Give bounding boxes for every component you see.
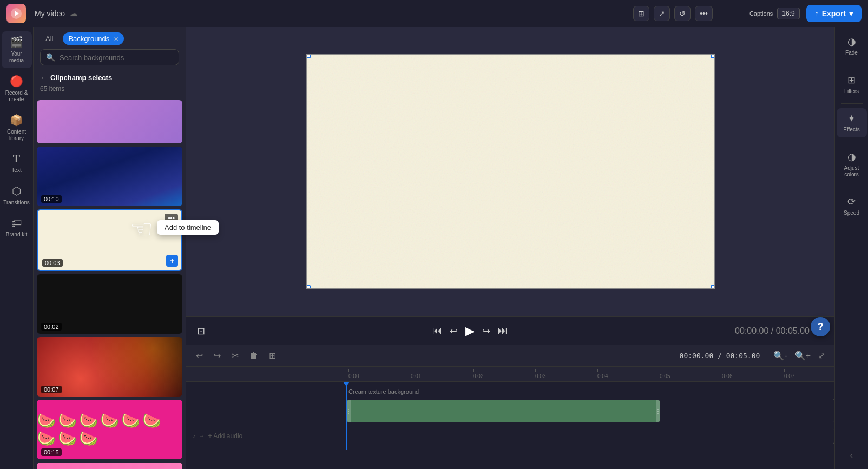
- zoom-out-btn[interactable]: 🔍-: [771, 349, 790, 362]
- right-sidebar-fade[interactable]: ◑ Fade: [837, 31, 867, 61]
- cut-btn[interactable]: ✂: [228, 348, 242, 363]
- playback-timecode: 00:00.00 / 00:05.00: [735, 326, 810, 336]
- video-title-area: My video ☁: [35, 8, 633, 18]
- tl-current-time: 00:00.00: [680, 352, 714, 360]
- more-tools-btn[interactable]: •••: [695, 6, 713, 21]
- search-input[interactable]: [60, 54, 173, 62]
- fit-timeline-btn[interactable]: ⤢: [816, 349, 828, 362]
- export-button[interactable]: ↑ Export ▾: [806, 5, 862, 22]
- timeline-clip[interactable]: ⋮ ⋮: [346, 400, 660, 422]
- add-audio-label: + Add audio: [208, 432, 243, 440]
- thumbnail-4[interactable]: 00:02: [37, 274, 182, 334]
- timeline-playhead[interactable]: [346, 382, 347, 450]
- sidebar-collapse-btn[interactable]: ‹: [846, 446, 857, 465]
- resize-handle-tr[interactable]: [711, 54, 715, 58]
- timeline-zoom-controls: 🔍- 🔍+ ⤢: [771, 349, 828, 362]
- arrow-icon: →: [199, 433, 205, 439]
- sidebar-item-label-brand-kit: Brand kit: [6, 232, 27, 238]
- sidebar-item-your-media[interactable]: 🎬 Your media: [2, 31, 32, 68]
- tab-close-icon[interactable]: ✕: [114, 36, 119, 42]
- ruler-mark-1: 0:01: [411, 369, 473, 379]
- panel-tabs: All Backgrounds ✕: [40, 32, 179, 45]
- sidebar-item-transitions[interactable]: ⬡ Transitions: [2, 180, 32, 210]
- search-box: 🔍: [40, 49, 179, 65]
- delete-btn[interactable]: 🗑: [246, 349, 261, 363]
- text-icon: T: [13, 153, 20, 165]
- crop-tool-btn[interactable]: ⊞: [633, 6, 649, 21]
- sidebar-item-text[interactable]: T Text: [2, 148, 32, 178]
- track-content-audio[interactable]: [346, 428, 834, 444]
- right-sidebar-adjust-colors[interactable]: ◑ Adjust colors: [837, 147, 867, 182]
- sidebar-item-brand-kit[interactable]: 🏷 Brand kit: [2, 213, 32, 242]
- download-btn[interactable]: ⊞: [266, 348, 279, 363]
- rs-divider-4: [841, 187, 863, 187]
- panel-scroll[interactable]: 00:10 00:03 ••• + 00:02: [34, 97, 186, 469]
- play-pause-btn[interactable]: ▶: [465, 324, 475, 338]
- cursor-hand: ☞: [130, 214, 153, 244]
- rewind-btn[interactable]: ↩: [450, 325, 458, 337]
- back-button[interactable]: ←: [40, 74, 47, 82]
- tab-backgrounds[interactable]: Backgrounds ✕: [63, 32, 124, 45]
- export-chevron: ▾: [849, 9, 853, 18]
- export-icon: ↑: [815, 9, 819, 18]
- thumbnail-1[interactable]: [37, 100, 182, 143]
- rs-divider-2: [841, 103, 863, 104]
- thumb-5-duration: 00:07: [41, 386, 62, 393]
- right-sidebar-effects[interactable]: ✦ Effects: [837, 108, 867, 137]
- sidebar-item-content-library[interactable]: 📦 Content library: [2, 109, 32, 146]
- thumbnail-6[interactable]: 🍉🍉🍉🍉🍉🍉🍉🍉🍉 00:15: [37, 400, 182, 459]
- skip-back-btn[interactable]: ⏮: [432, 325, 442, 336]
- sidebar-item-label-record-create: Record & create: [4, 90, 30, 103]
- track-content-video[interactable]: ⋮ ⋮: [346, 399, 834, 422]
- content-library-icon: 📦: [10, 114, 23, 127]
- aspect-ratio-badge: 16:9: [777, 8, 799, 19]
- timeline-scroll-area[interactable]: 0:00 0:01 0:02 0:03: [186, 367, 834, 469]
- undo-btn[interactable]: ↩: [193, 348, 206, 363]
- skip-forward-btn[interactable]: ⏭: [498, 325, 508, 336]
- filters-icon: ⊞: [847, 74, 856, 86]
- tooltip-add-to-timeline: Add to timeline: [157, 220, 186, 235]
- zoom-in-btn[interactable]: 🔍+: [792, 349, 813, 362]
- playback-controls: ⊡ ⏮ ↩ ▶ ↪ ⏭ 00:00.00 / 00:05.00 ⛶: [186, 316, 834, 345]
- add-audio-button[interactable]: + Add audio: [208, 432, 243, 440]
- crop-preview-btn[interactable]: ⊡: [197, 325, 205, 337]
- resize-handle-bl[interactable]: [306, 285, 311, 289]
- timeline-tracks: Cream texture background ⋮: [186, 382, 834, 450]
- thumbnail-7[interactable]: 🦩🦩🦩: [37, 463, 182, 469]
- thumb-2-duration: 00:10: [41, 195, 62, 203]
- total-time: 00:05.00: [776, 326, 810, 335]
- resize-handle-tl[interactable]: [306, 54, 311, 58]
- timeline-ruler: 0:00 0:01 0:02 0:03: [186, 367, 834, 382]
- fit-tool-btn[interactable]: ⤢: [654, 6, 670, 21]
- top-toolbar: ⊞ ⤢ ↺ ••• Captions 16:9: [633, 6, 800, 21]
- thumbnail-3[interactable]: 00:03 ••• +: [37, 209, 182, 271]
- ruler-mark-4: 0:04: [597, 369, 660, 379]
- sidebar-item-record-create[interactable]: 🔴 Record & create: [2, 70, 32, 107]
- help-button[interactable]: ?: [811, 317, 830, 336]
- speed-label: Speed: [844, 210, 859, 216]
- ruler-mark-0: 0:00: [348, 369, 411, 379]
- title-icon: ☁: [69, 8, 78, 18]
- panel-header: All Backgrounds ✕ 🔍: [34, 27, 186, 69]
- tab-all[interactable]: All: [40, 32, 58, 45]
- audio-note-icon: ♪: [193, 433, 196, 439]
- right-sidebar-speed[interactable]: ⟳ Speed: [837, 191, 867, 221]
- your-media-icon: 🎬: [10, 36, 23, 49]
- right-sidebar-filters[interactable]: ⊞ Filters: [837, 70, 867, 99]
- redo-btn[interactable]: ↪: [211, 348, 224, 363]
- forward-btn[interactable]: ↪: [482, 325, 490, 337]
- thumbnail-2[interactable]: 00:10: [37, 147, 182, 206]
- thumbnail-5[interactable]: 00:07: [37, 337, 182, 397]
- effects-label: Effects: [843, 127, 859, 133]
- resize-handle-br[interactable]: [711, 285, 715, 289]
- sidebar-item-label-text: Text: [11, 167, 21, 174]
- effects-icon: ✦: [847, 113, 856, 124]
- thumb-3-add[interactable]: +: [166, 255, 178, 267]
- thumb-4-duration: 00:02: [41, 323, 62, 331]
- clip-left-handle[interactable]: ⋮: [346, 400, 351, 422]
- clip-right-handle[interactable]: ⋮: [656, 400, 660, 422]
- ruler-mark-6: 0:06: [722, 369, 784, 379]
- rotate-tool-btn[interactable]: ↺: [674, 6, 691, 21]
- current-time: 00:00.00: [735, 326, 768, 335]
- fade-icon: ◑: [847, 36, 856, 48]
